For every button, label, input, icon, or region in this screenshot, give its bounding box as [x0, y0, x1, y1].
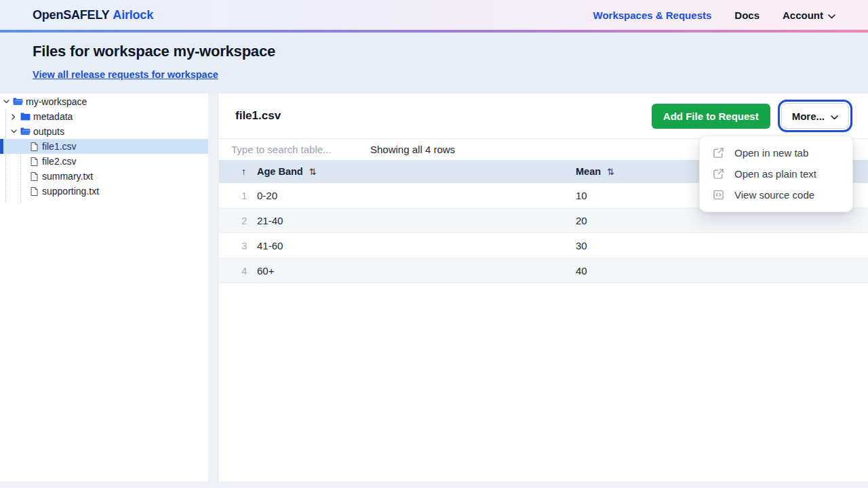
nav-links: Workspaces & Requests Docs Account: [593, 9, 835, 21]
column-label: Age Band: [257, 166, 303, 177]
more-button[interactable]: More...: [781, 103, 849, 129]
menu-item-label: Open as plain text: [734, 168, 816, 180]
row-number: 4: [230, 265, 257, 277]
cell-age-band: 0-20: [257, 190, 576, 201]
nav-link-docs[interactable]: Docs: [734, 9, 760, 21]
more-button-label: More...: [792, 110, 825, 122]
nav-link-label: Docs: [734, 9, 760, 21]
source-code-icon: [713, 189, 724, 201]
tree-item-file2-csv[interactable]: file2.csv: [0, 154, 208, 169]
chevron-right-icon[interactable]: [10, 114, 17, 120]
row-number: 1: [230, 190, 257, 201]
file-panel: file1.csv Add File to Request More... Op…: [219, 94, 868, 481]
brand-secondary-text: Airlock: [113, 8, 153, 22]
menu-item-open-in-new-tab[interactable]: Open in new tab: [700, 142, 852, 163]
chevron-down-icon: [831, 110, 838, 122]
nav-link-label: Workspaces & Requests: [593, 9, 712, 21]
tree-item-my-workspace[interactable]: my-workspace: [0, 94, 208, 109]
file-title: file1.csv: [235, 109, 652, 123]
chevron-down-icon[interactable]: [10, 129, 17, 134]
table-row: 3 41-60 30: [219, 233, 868, 258]
menu-item-label: View source code: [734, 189, 814, 201]
folder-closed-icon: [20, 113, 31, 121]
menu-item-open-as-plain-text[interactable]: Open as plain text: [700, 163, 852, 184]
file-tree: my-workspace metadata outputs file: [0, 94, 208, 481]
tree-item-label: file1.csv: [42, 141, 77, 152]
tree-item-supporting-txt[interactable]: supporting.txt: [0, 184, 208, 199]
tree-item-label: file2.csv: [42, 156, 77, 167]
tree-item-label: outputs: [33, 126, 64, 137]
cell-age-band: 41-60: [257, 240, 576, 251]
tree-item-label: summary.txt: [42, 171, 93, 182]
chevron-down-icon[interactable]: [3, 100, 9, 104]
row-number: 2: [230, 215, 257, 226]
rows-status-text: Showing all 4 rows: [370, 144, 455, 155]
column-label: Mean: [576, 166, 601, 177]
account-menu-button[interactable]: Account: [783, 9, 835, 21]
cell-age-band: 21-40: [257, 215, 576, 226]
tree-item-label: supporting.txt: [42, 186, 99, 197]
file-icon: [28, 157, 39, 166]
folder-open-icon: [12, 98, 23, 106]
chevron-down-icon: [828, 9, 835, 21]
nav-link-workspaces-requests[interactable]: Workspaces & Requests: [593, 9, 712, 21]
row-number: 3: [230, 240, 257, 251]
tree-item-outputs[interactable]: outputs: [0, 124, 208, 139]
file-icon: [28, 142, 39, 151]
external-link-icon: [713, 168, 724, 180]
add-file-to-request-button[interactable]: Add File to Request: [652, 104, 770, 129]
sort-toggle-icon: ⇅: [607, 167, 614, 177]
folder-open-icon: [20, 127, 31, 136]
file-icon: [28, 172, 39, 181]
cell-age-band: 60+: [257, 265, 576, 277]
page-header: Files for workspace my-workspace View al…: [0, 33, 868, 94]
tree-item-label: metadata: [33, 111, 73, 122]
table-row: 4 60+ 40: [219, 258, 868, 283]
nav-link-label: Account: [783, 9, 823, 21]
tree-item-label: my-workspace: [26, 96, 87, 107]
cell-mean: 40: [576, 265, 868, 277]
file-icon: [28, 187, 39, 196]
cell-mean: 30: [576, 240, 868, 251]
more-menu: Open in new tab Open as plain text View …: [699, 136, 853, 212]
sort-ascending-icon[interactable]: ↑: [230, 166, 257, 177]
cell-mean: 20: [576, 215, 868, 226]
sort-toggle-icon: ⇅: [309, 167, 317, 177]
menu-item-label: Open in new tab: [734, 147, 808, 159]
table-search-input[interactable]: [230, 143, 360, 156]
column-header-age-band[interactable]: Age Band ⇅: [257, 166, 576, 177]
view-release-requests-link[interactable]: View all release requests for workspace: [33, 69, 218, 80]
content-area: my-workspace metadata outputs file: [0, 94, 868, 481]
menu-item-view-source-code[interactable]: View source code: [700, 184, 852, 205]
tree-item-file1-csv[interactable]: file1.csv: [0, 139, 208, 154]
top-nav: OpenSAFELYAirlock Workspaces & Requests …: [0, 0, 868, 30]
brand-primary-text: OpenSAFELY: [33, 8, 109, 22]
tree-item-summary-txt[interactable]: summary.txt: [0, 169, 208, 184]
page-title: Files for workspace my-workspace: [33, 43, 835, 60]
tree-item-metadata[interactable]: metadata: [0, 109, 208, 124]
file-panel-header: file1.csv Add File to Request More...: [219, 94, 868, 139]
brand-logo[interactable]: OpenSAFELYAirlock: [33, 8, 153, 22]
external-link-icon: [713, 147, 724, 159]
